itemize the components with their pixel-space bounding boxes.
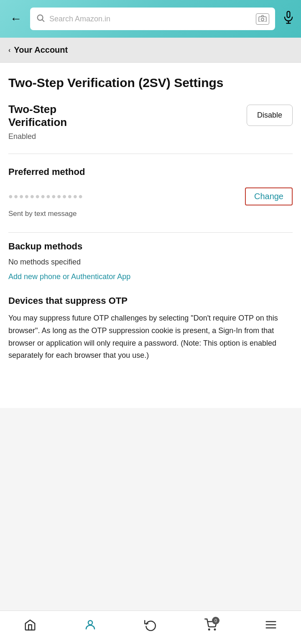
method-sublabel: Sent by text message [8,210,293,224]
backup-methods-title: Backup methods [8,241,293,252]
breadcrumb[interactable]: ‹ Your Account [0,38,301,63]
svg-point-9 [214,629,216,630]
phone-masked: ●●●●●●●●●●●●●● [8,192,84,201]
divider-1 [8,154,293,154]
preferred-method-section: Preferred method ●●●●●●●●●●●●●● Change S… [8,158,293,228]
breadcrumb-chevron-icon: ‹ [8,46,10,54]
divider-2 [8,232,293,233]
tsv-status: Enabled [8,132,240,141]
mic-icon[interactable] [283,11,294,27]
breadcrumb-label: Your Account [14,45,68,55]
no-methods-text: No methods specified [8,258,293,267]
nav-returns[interactable] [120,618,181,634]
devices-title: Devices that suppress OTP [8,295,293,306]
disable-button[interactable]: Disable [247,105,293,126]
nav-cart[interactable]: 0 [181,618,241,634]
page-title: Two-Step Verification (2SV) Settings [8,75,293,90]
tsv-section: Two-Step Verification Enabled Disable [8,103,293,141]
backup-methods-section: Backup methods No methods specified Add … [8,237,293,285]
devices-body: You may suppress future OTP challenges b… [8,312,293,362]
menu-icon [265,618,277,634]
devices-section: Devices that suppress OTP You may suppre… [8,285,293,366]
tsv-label: Two-Step Verification [8,103,240,129]
search-icon [36,13,45,25]
returns-icon [144,618,157,634]
nav-account[interactable] [60,618,120,634]
svg-line-1 [42,20,44,21]
home-icon [24,618,36,634]
svg-point-3 [261,18,264,21]
svg-rect-4 [287,11,290,18]
change-button[interactable]: Change [245,187,293,205]
cart-count: 0 [212,617,219,624]
back-button[interactable]: ← [7,10,25,27]
add-method-link[interactable]: Add new phone or Authenticator App [8,272,130,281]
bottom-nav: 0 [0,611,301,644]
cart-icon: 0 [204,618,217,634]
preferred-method-title: Preferred method [8,167,293,177]
svg-point-7 [88,621,92,625]
nav-menu[interactable] [241,618,301,634]
main-content: Two-Step Verification (2SV) Settings Two… [0,63,301,408]
svg-point-8 [209,629,210,630]
tsv-info: Two-Step Verification Enabled [8,103,240,141]
nav-home[interactable] [0,618,60,634]
search-placeholder-text: Search Amazon.in [49,15,252,23]
method-row: ●●●●●●●●●●●●●● Change [8,183,293,208]
camera-icon[interactable] [256,13,269,25]
search-bar[interactable]: Search Amazon.in [30,8,275,30]
header: ← Search Amazon.in [0,0,301,38]
account-icon [84,618,97,634]
